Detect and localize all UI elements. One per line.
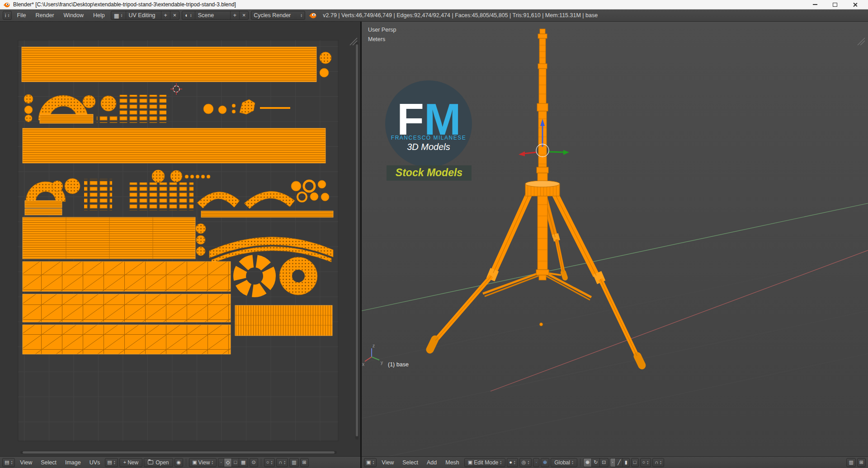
plus-icon: +	[123, 460, 126, 465]
open-image-button[interactable]: Open	[144, 458, 173, 467]
scale-manipulator-button[interactable]: ⊡	[600, 458, 608, 467]
snap-dropdown[interactable]: ∩ ▲▼	[652, 458, 664, 467]
close-button[interactable]	[845, 0, 865, 9]
rotate-icon: ↻	[594, 460, 598, 465]
sticky-select-button[interactable]: ⊙	[250, 458, 258, 467]
uv-horizontal-scrollbar[interactable]	[20, 451, 337, 454]
chevron-updown-icon: ▲▼	[300, 14, 302, 18]
uv-island-select-button[interactable]: ▦	[239, 458, 248, 467]
uv-menu-view[interactable]: View	[16, 459, 36, 466]
uv-select-mode-group: · ◇ □ ▦	[218, 458, 248, 467]
chevron-updown-icon: ▲▼	[660, 460, 662, 464]
layout-add-button[interactable]: +	[161, 11, 170, 19]
mesh-select-mode-group: · ╱ ▮	[610, 458, 630, 467]
viewport-3d-canvas[interactable]: F M FRANCESCO MILANESE 3D Models Stock M…	[362, 22, 868, 456]
chevron-updown-icon: ▲▼	[571, 460, 574, 464]
chevron-updown-icon: ▲▼	[10, 460, 13, 464]
svg-text:FRANCESCO MILANESE: FRANCESCO MILANESE	[391, 135, 466, 141]
shading-sphere-icon: ●	[509, 460, 512, 465]
uv-editor-type-button[interactable]: ▤ ▲▼	[2, 458, 15, 467]
uv-display-dropdown[interactable]: ▣ View ▲▼	[189, 458, 217, 467]
render-opengl-button[interactable]: ▥	[846, 458, 855, 467]
uv-sculpt-button[interactable]: ▥	[289, 458, 298, 467]
pivot-align-toggle[interactable]: ·	[533, 458, 539, 467]
face-select-button[interactable]: ▮	[623, 458, 630, 467]
vertex-select-button[interactable]: ·	[610, 458, 616, 467]
edge-select-button[interactable]: ╱	[616, 458, 623, 467]
vp-menu-add[interactable]: Add	[423, 459, 440, 466]
pin-image-button[interactable]: ◉	[175, 458, 184, 467]
layers-icon: ▥	[849, 460, 853, 465]
viewport-editor-type-button[interactable]: ▣ ▲▼	[364, 458, 377, 467]
uv-image-editor: ▤ ▲▼ View Select Image UVs ▤ ▲▼ + New Op…	[0, 22, 360, 468]
vp-menu-view[interactable]: View	[378, 459, 397, 466]
orientation-dropdown[interactable]: Global ▲▼	[551, 458, 577, 467]
minimize-button[interactable]	[805, 0, 825, 9]
render-opengl-anim-button[interactable]: ⊞	[857, 458, 866, 467]
divider	[186, 459, 186, 466]
proportional-edit-dropdown[interactable]: ○ ▲▼	[264, 458, 275, 467]
vertex-icon: ·	[612, 460, 614, 465]
proportional-icon: ○	[642, 460, 646, 465]
image-icon: ▤	[107, 460, 112, 465]
menu-render[interactable]: Render	[31, 12, 59, 19]
scene-icon: ◐	[185, 12, 189, 19]
info-editor-icon: i	[5, 13, 6, 18]
uv-canvas[interactable]	[0, 22, 360, 456]
engine-name: Cycles Render	[254, 12, 291, 19]
scene-name[interactable]: Scene	[195, 11, 230, 19]
object-origin-dot	[540, 323, 543, 326]
uv-vertex-select-button[interactable]: ·	[218, 458, 224, 467]
island-icon: ▦	[241, 460, 245, 465]
pivot-center-dropdown[interactable]: ◎ ▲▼	[519, 458, 532, 467]
vp-menu-select[interactable]: Select	[399, 459, 422, 466]
viewport-content[interactable]: F M FRANCESCO MILANESE 3D Models Stock M…	[362, 22, 868, 456]
rotate-manipulator-button[interactable]: ↻	[592, 458, 600, 467]
uv-vertical-scrollbar[interactable]	[355, 42, 359, 440]
render-engine-selector[interactable]: Cycles Render ▲▼	[251, 11, 305, 20]
window-title: Blender* [C:\Users\franc\Desktop\extenda…	[13, 1, 236, 8]
uv-face-select-button[interactable]: □	[232, 458, 239, 467]
axis-y-label: y	[381, 360, 383, 365]
manipulator-toggle[interactable]: ⊕	[541, 458, 549, 467]
maximize-button[interactable]	[825, 0, 845, 9]
menu-window[interactable]: Window	[59, 12, 88, 19]
occlude-geometry-button[interactable]: □	[631, 458, 639, 467]
translate-manipulator-button[interactable]: ⊕	[583, 458, 592, 467]
mode-dropdown[interactable]: ▣ Edit Mode ▲▼	[464, 458, 505, 467]
uv-menu-select[interactable]: Select	[37, 459, 60, 466]
close-icon	[853, 2, 858, 7]
info-header: i ▲▼ File Render Window Help ▦ ▲▼ UV Edi…	[0, 9, 868, 22]
menu-help[interactable]: Help	[89, 12, 109, 19]
scene-close-button[interactable]: ×	[239, 11, 248, 19]
info-editor-type-button[interactable]: i ▲▼	[3, 11, 12, 20]
uv-editor-content[interactable]	[0, 22, 360, 456]
window-controls	[805, 0, 865, 9]
viewport-shading-dropdown[interactable]: ● ▲▼	[507, 458, 518, 467]
menu-file[interactable]: File	[12, 12, 30, 19]
scene-selector[interactable]: ◐ ▲▼ Scene + ×	[182, 11, 249, 20]
proportional-edit-dropdown[interactable]: ○ ▲▼	[640, 458, 651, 467]
image-browse-button[interactable]: ▤ ▲▼	[105, 458, 118, 467]
snap-dropdown[interactable]: ∩ ▲▼	[276, 458, 288, 467]
vp-menu-mesh[interactable]: Mesh	[442, 459, 463, 466]
layout-name[interactable]: UV Editing	[126, 11, 161, 19]
layout-grid-icon: ▦	[114, 12, 119, 19]
uv-menu-uvs[interactable]: UVs	[86, 459, 104, 466]
uv-menu-image[interactable]: Image	[61, 459, 85, 466]
scene-statistics: v2.79 | Verts:46,749/46,749 | Edges:92,4…	[323, 12, 598, 19]
open-image-label: Open	[156, 460, 169, 465]
window-titlebar[interactable]: Blender* [C:\Users\franc\Desktop\extenda…	[0, 0, 868, 9]
render-result-button[interactable]: ⊞	[300, 458, 309, 467]
chevron-updown-icon: ▲▼	[646, 460, 649, 464]
scene-add-button[interactable]: +	[230, 11, 239, 19]
uv-edge-select-button[interactable]: ◇	[224, 458, 232, 467]
scene-browse-button[interactable]: ◐ ▲▼	[182, 11, 195, 19]
layout-browse-button[interactable]: ▦ ▲▼	[111, 11, 126, 19]
layout-close-button[interactable]: ×	[170, 11, 179, 19]
screen-layout-selector[interactable]: ▦ ▲▼ UV Editing + ×	[111, 11, 179, 20]
main-area: ▤ ▲▼ View Select Image UVs ▤ ▲▼ + New Op…	[0, 22, 868, 468]
new-image-button[interactable]: + New	[119, 458, 142, 467]
chevron-updown-icon: ▲▼	[372, 460, 374, 464]
magnet-icon: ∩	[278, 460, 282, 465]
